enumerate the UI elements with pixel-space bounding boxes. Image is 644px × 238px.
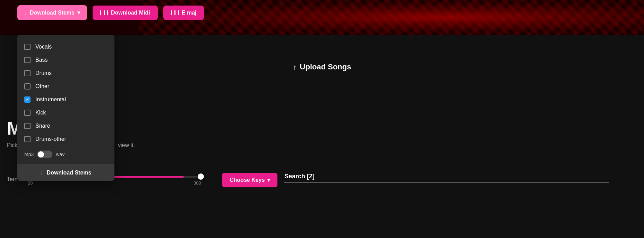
bass-label: Bass <box>35 57 48 63</box>
choose-keys-button[interactable]: Choose Keys <box>222 173 277 187</box>
instrumental-label: Instrumental <box>35 96 66 103</box>
other-checkbox[interactable] <box>24 83 31 90</box>
choose-keys-chevron-icon <box>267 177 270 183</box>
drums-checkbox[interactable] <box>24 70 31 76</box>
dropdown-item-drums[interactable]: Drums <box>17 67 114 80</box>
banner-swirl <box>139 0 644 35</box>
drums-other-checkbox[interactable] <box>24 136 31 142</box>
search-label: Search [2] <box>284 173 609 180</box>
key-button[interactable]: E maj <box>163 6 204 20</box>
search-container: Search [2] <box>284 173 609 183</box>
tempo-label: Tem <box>7 176 17 182</box>
key-label: E maj <box>182 10 197 16</box>
dropdown-item-instrumental[interactable]: Instrumental <box>17 93 114 106</box>
download-stems-button[interactable]: Download Stems ▾ <box>17 5 87 20</box>
dropdown-item-drums-other[interactable]: Drums-other <box>17 133 114 146</box>
dropdown-download-stems-button[interactable]: Download Stems <box>17 164 114 181</box>
dropdown-chevron-icon: ▾ <box>77 9 80 16</box>
stems-dropdown-menu: Vocals Bass Drums Other Instrumental Kic… <box>17 35 114 181</box>
dropdown-download-icon <box>41 170 43 176</box>
snare-checkbox[interactable] <box>24 123 31 129</box>
format-toggle-row: mp3 wav <box>17 146 114 162</box>
download-midi-label: Download Midi <box>111 10 150 16</box>
bass-checkbox[interactable] <box>24 57 31 63</box>
format-toggle[interactable] <box>37 151 52 158</box>
download-midi-button[interactable]: Download Midi <box>93 6 158 20</box>
view-text: view it. <box>118 142 135 148</box>
upload-songs-section[interactable]: Upload Songs <box>293 62 351 71</box>
dropdown-item-vocals[interactable]: Vocals <box>17 40 114 53</box>
slider-min-label: 20 <box>28 180 33 186</box>
download-stems-label: Download Stems <box>30 10 75 16</box>
dropdown-download-label: Download Stems <box>47 170 92 176</box>
mp3-label: mp3 <box>24 152 34 157</box>
drums-other-label: Drums-other <box>35 136 66 142</box>
vocals-checkbox[interactable] <box>24 44 31 50</box>
choose-keys-label: Choose Keys <box>230 177 265 183</box>
dropdown-item-other[interactable]: Other <box>17 80 114 93</box>
wav-label: wav <box>56 152 65 157</box>
dropdown-item-bass[interactable]: Bass <box>17 53 114 67</box>
upload-icon <box>293 62 297 71</box>
key-piano-icon <box>171 10 179 15</box>
dropdown-item-snare[interactable]: Snare <box>17 119 114 133</box>
slider-max-label: 300 <box>194 180 201 186</box>
vocals-label: Vocals <box>35 44 52 50</box>
drums-label: Drums <box>35 70 52 76</box>
kick-checkbox[interactable] <box>24 110 31 116</box>
download-arrow-icon <box>24 10 27 16</box>
pick-text: Pick <box>7 142 17 148</box>
snare-label: Snare <box>35 123 50 129</box>
upload-songs-label: Upload Songs <box>300 62 351 71</box>
toolbar: Download Stems ▾ Download Midi E maj <box>17 5 204 20</box>
slider-thumb[interactable] <box>198 173 204 180</box>
midi-piano-icon <box>100 10 108 15</box>
instrumental-checkbox[interactable] <box>24 96 31 103</box>
other-label: Other <box>35 83 49 90</box>
slider-labels: 20 300 <box>28 180 201 186</box>
dropdown-item-kick[interactable]: Kick <box>17 106 114 119</box>
kick-label: Kick <box>35 110 46 116</box>
search-underline <box>284 182 609 183</box>
